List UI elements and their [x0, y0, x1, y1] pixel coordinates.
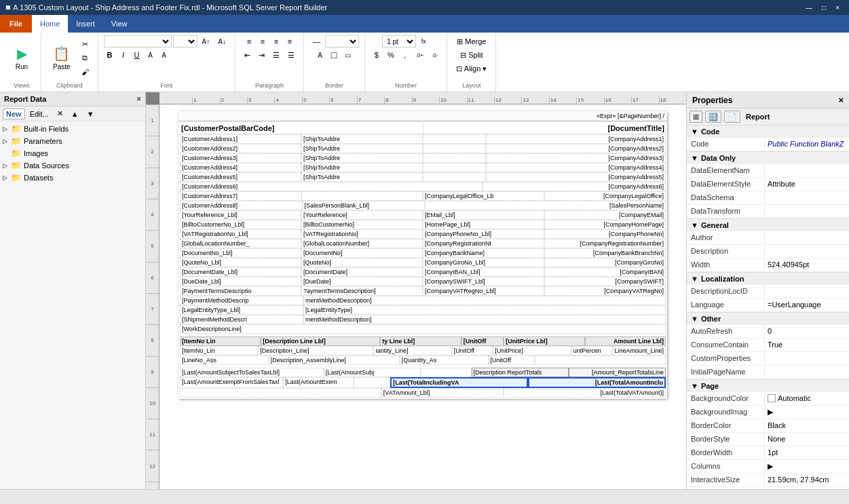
prop-code-value[interactable]: Public Function BlankZ: [765, 138, 849, 150]
prop-consumecontain-label: ConsumeContain: [687, 338, 765, 351]
section-code-header[interactable]: ▼ Code: [687, 125, 849, 138]
prop-language-value[interactable]: =UserLanguage: [765, 298, 849, 311]
title-bar-left: ■ A 1305 Custom Layout - Ship Address an…: [5, 3, 327, 12]
prop-author-value[interactable]: [765, 231, 849, 235]
close-btn[interactable]: ×: [831, 4, 844, 12]
section-page-header[interactable]: ▼ Page: [687, 380, 849, 392]
local-collapse-icon: ▼: [691, 275, 698, 283]
border-color-btn[interactable]: A: [314, 49, 326, 61]
canvas-area[interactable]: 1 2 3 4 5 6 7 8 9 10 11 12 13 14 15 16 1…: [146, 92, 686, 489]
border-style-select[interactable]: [325, 35, 359, 47]
prop-desclocid-value[interactable]: [765, 285, 849, 289]
format-painter-button[interactable]: 🖌: [78, 66, 92, 78]
tree-item-images[interactable]: 📁 Images: [0, 147, 145, 159]
border-fill-btn[interactable]: □: [328, 49, 340, 61]
italic-button[interactable]: I: [117, 49, 130, 61]
prop-width-value[interactable]: 524.40945pt: [765, 258, 849, 271]
font-color-btn[interactable]: A: [145, 49, 157, 61]
section-general-header[interactable]: ▼ General: [687, 219, 849, 231]
prop-customprops-label: CustomProperties: [687, 352, 765, 364]
percent-btn[interactable]: %: [384, 49, 398, 61]
paste-button[interactable]: 📋 Paste: [47, 38, 77, 79]
props-page-btn[interactable]: 📄: [724, 111, 740, 123]
prop-borderstyle-value[interactable]: None: [765, 433, 849, 445]
prop-interactivesize-value[interactable]: 21.59cm, 27.94cm: [765, 473, 849, 486]
prop-autorefresh-value[interactable]: 0: [765, 325, 849, 337]
section-localization-header[interactable]: ▼ Localization: [687, 273, 849, 285]
prop-bgimage-value[interactable]: ▶: [765, 406, 849, 419]
align-right-btn[interactable]: ≡: [270, 35, 282, 47]
menu-file[interactable]: File: [0, 15, 32, 33]
prop-consumecontain-value[interactable]: True: [765, 338, 849, 351]
props-sort-btn[interactable]: 🔠: [705, 111, 721, 123]
border-style-btn[interactable]: —: [309, 35, 324, 47]
prop-initialpagename-value[interactable]: [765, 366, 849, 370]
prop-bgcolor-value[interactable]: Automatic: [765, 392, 849, 404]
d2-unitof: [UnitOff: [489, 355, 535, 365]
currency-btn[interactable]: $: [371, 49, 383, 61]
cut-button[interactable]: ✂: [78, 39, 92, 51]
prop-description-value[interactable]: [765, 245, 849, 249]
indent-dec-btn[interactable]: ⇤: [241, 49, 254, 61]
tree-item-builtin[interactable]: ▷ 📁 Built-in Fields: [0, 123, 145, 135]
split-btn[interactable]: ⊟ Split: [457, 49, 486, 61]
align-center-btn[interactable]: ≡: [257, 35, 269, 47]
font-family-select[interactable]: [104, 35, 172, 47]
minimize-btn[interactable]: —: [801, 4, 816, 12]
font-grow-btn[interactable]: A↑: [199, 35, 214, 47]
properties-close-btn[interactable]: ×: [838, 95, 844, 105]
expr-btn[interactable]: fx: [417, 35, 430, 47]
prop-dataschema-value[interactable]: [765, 191, 849, 195]
highlight-btn[interactable]: A: [158, 49, 170, 61]
maximize-btn[interactable]: □: [818, 4, 830, 12]
t-vat: [Last(TotalVATAmount)]: [504, 388, 666, 398]
title-bar: ■ A 1305 Custom Layout - Ship Address an…: [0, 0, 849, 15]
underline-button[interactable]: U: [131, 49, 143, 61]
prop-columns-value[interactable]: ▶: [765, 460, 849, 473]
bgimage-expand[interactable]: ▶: [768, 408, 773, 416]
columns-expand[interactable]: ▶: [768, 462, 773, 470]
copy-button[interactable]: ⧉: [78, 52, 92, 64]
align-left-btn[interactable]: ≡: [243, 35, 255, 47]
font-shrink-btn[interactable]: A↓: [214, 35, 229, 47]
num-list-btn[interactable]: ☰: [284, 49, 298, 61]
font-size-select[interactable]: [173, 35, 197, 47]
bold-button[interactable]: B: [104, 49, 116, 61]
comma-btn[interactable]: ,: [399, 49, 411, 61]
prop-dataelname-value[interactable]: [765, 164, 849, 168]
section-other-header[interactable]: ▼ Other: [687, 313, 849, 325]
move-up-button[interactable]: ▲: [68, 109, 82, 119]
merge-btn[interactable]: ⊞ Merge: [453, 35, 489, 47]
delete-button[interactable]: ✕: [54, 108, 67, 119]
tree-item-parameters[interactable]: ▷ 📁 Parameters: [0, 135, 145, 147]
tree-item-datasets[interactable]: ▷ 📁 Datasets: [0, 172, 145, 184]
dec-dec-btn[interactable]: .0-: [428, 49, 441, 61]
edit-button[interactable]: Edit...: [26, 109, 52, 119]
prop-datatransform-value[interactable]: [765, 205, 849, 209]
border-line-btn[interactable]: ▭: [341, 49, 354, 61]
border-width-select[interactable]: 1 pt: [382, 35, 416, 47]
tree-item-datasources[interactable]: ▷ 📁 Data Sources: [0, 159, 145, 172]
panel-close-btn[interactable]: ×: [136, 94, 141, 104]
prop-bordercolor-value[interactable]: Black: [765, 419, 849, 431]
align-justify-btn[interactable]: ≡: [284, 35, 296, 47]
move-down-button[interactable]: ▼: [83, 109, 98, 119]
title-bar-controls[interactable]: — □ ×: [801, 4, 844, 12]
align-btn[interactable]: ⊡ Align ▾: [453, 62, 490, 75]
section-dataonly-header[interactable]: ▼ Data Only: [687, 152, 849, 164]
menu-home[interactable]: Home: [32, 15, 68, 33]
run-button[interactable]: ▶ Run: [8, 38, 35, 79]
dec-inc-btn[interactable]: .0+: [413, 49, 427, 61]
menu-insert[interactable]: Insert: [68, 15, 103, 33]
prop-customprops-value[interactable]: [765, 352, 849, 356]
prop-dataelstyle: DataElementStyle Attribute: [687, 178, 849, 191]
prop-dataelstyle-value[interactable]: Attribute: [765, 178, 849, 190]
prop-margins-value[interactable]: 1.9cm, 0.4cm, 0.4cm, 1c: [765, 487, 849, 489]
indent-inc-btn[interactable]: ⇥: [255, 49, 268, 61]
data-row1: [ItemNo_Lin [Description_Line] iantity_L…: [180, 346, 666, 355]
menu-view[interactable]: View: [103, 15, 136, 33]
new-button[interactable]: New: [3, 109, 25, 119]
prop-borderwidth-value[interactable]: 1pt: [765, 446, 849, 459]
list-btn[interactable]: ☰: [269, 49, 283, 61]
props-grid-btn[interactable]: ⊞: [690, 111, 702, 123]
